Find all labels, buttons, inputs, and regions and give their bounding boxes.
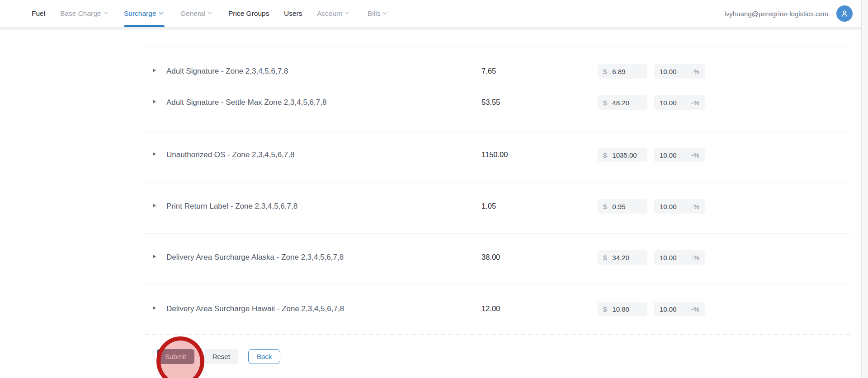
top-nav: Fuel Base Charge Surcharge General Price… xyxy=(0,0,868,28)
dollar-amount-value: 34.20 xyxy=(612,254,629,261)
surcharge-current-value: 1150.00 xyxy=(481,150,508,159)
nav-item-bills[interactable]: Bills xyxy=(368,0,387,27)
active-tab-underline xyxy=(124,25,165,27)
table-row: Adult Signature - Settle Max Zone 2,3,4,… xyxy=(145,94,851,111)
chevron-down-icon xyxy=(104,9,108,14)
dollar-sign-prefix: $ xyxy=(603,99,607,107)
percent-value: 10.00 xyxy=(660,203,677,210)
surcharge-row-label: Adult Signature - Zone 2,3,4,5,6,7,8 xyxy=(166,67,288,76)
dollar-amount-input[interactable]: $34.20 xyxy=(598,250,647,265)
submit-button[interactable]: Submit xyxy=(157,349,194,364)
percent-discount-input[interactable]: 10.00-% xyxy=(654,199,705,214)
percent-value: 10.00 xyxy=(660,99,677,107)
avatar[interactable] xyxy=(836,5,853,22)
dollar-amount-input[interactable]: $1035.00 xyxy=(598,148,647,162)
table-row: Delivery Area Surcharge Alaska - Zone 2,… xyxy=(145,249,851,266)
table-row: Print Return Label - Zone 2,3,4,5,6,7,8 … xyxy=(145,198,851,215)
surcharge-row-label: Print Return Label - Zone 2,3,4,5,6,7,8 xyxy=(166,202,297,211)
nav-label: Price Groups xyxy=(228,9,269,18)
nav-label: General xyxy=(180,9,205,18)
percent-discount-input[interactable]: 10.00-% xyxy=(654,95,705,110)
surcharge-current-value: 1.05 xyxy=(481,202,496,210)
nav-item-base-charge[interactable]: Base Charge xyxy=(60,0,108,27)
chevron-down-icon xyxy=(344,9,349,14)
person-icon xyxy=(840,9,849,18)
percent-suffix: -% xyxy=(691,68,699,75)
caret-right-icon[interactable] xyxy=(153,152,156,156)
percent-discount-input[interactable]: 10.00-% xyxy=(654,302,705,316)
percent-value: 10.00 xyxy=(660,151,677,159)
dollar-sign-prefix: $ xyxy=(603,203,607,210)
nav-label: Users xyxy=(284,9,302,18)
caret-right-icon[interactable] xyxy=(153,204,156,207)
row-divider xyxy=(145,285,851,285)
percent-value: 10.00 xyxy=(660,68,677,75)
dollar-amount-input[interactable]: $6.89 xyxy=(598,64,647,79)
dollar-amount-input[interactable]: $48.20 xyxy=(598,95,647,110)
chevron-down-icon xyxy=(208,9,212,14)
percent-suffix: -% xyxy=(691,99,699,107)
surcharge-row-label: Delivery Area Surcharge Alaska - Zone 2,… xyxy=(166,253,344,262)
row-divider xyxy=(145,233,851,234)
surcharge-current-value: 12.00 xyxy=(481,304,500,313)
table-row: Delivery Area Surcharge Hawaii - Zone 2,… xyxy=(145,300,851,317)
surcharge-current-value: 38.00 xyxy=(481,253,500,261)
dollar-amount-value: 1035.00 xyxy=(612,151,637,159)
dollar-amount-input[interactable]: $0.95 xyxy=(598,199,647,214)
row-divider xyxy=(145,182,851,182)
user-email: ivyhuang@peregrine-logistics.com xyxy=(725,0,829,27)
footer-dashed-divider xyxy=(145,334,851,335)
panel-top-border xyxy=(145,47,851,47)
nav-item-surcharge[interactable]: Surcharge xyxy=(124,0,163,27)
reset-button[interactable]: Reset xyxy=(204,349,238,364)
percent-suffix: -% xyxy=(691,203,699,210)
dollar-amount-value: 10.80 xyxy=(612,305,629,313)
nav-label: Fuel xyxy=(32,9,45,18)
percent-discount-input[interactable]: 10.00-% xyxy=(654,250,705,265)
surcharge-current-value: 53.55 xyxy=(481,98,500,107)
percent-value: 10.00 xyxy=(660,254,677,261)
percent-discount-input[interactable]: 10.00-% xyxy=(654,64,705,79)
dollar-sign-prefix: $ xyxy=(603,68,607,75)
action-button-row: Submit Reset Back xyxy=(157,349,280,364)
nav-label: Surcharge xyxy=(124,9,156,18)
nav-label: Bills xyxy=(368,9,380,18)
dollar-amount-value: 48.20 xyxy=(612,99,629,107)
dollar-sign-prefix: $ xyxy=(603,254,607,261)
caret-right-icon[interactable] xyxy=(153,100,156,103)
surcharge-row-label: Delivery Area Surcharge Hawaii - Zone 2,… xyxy=(166,304,344,313)
table-row: Adult Signature - Zone 2,3,4,5,6,7,8 7.6… xyxy=(145,63,851,80)
dollar-amount-value: 0.95 xyxy=(612,203,625,210)
percent-suffix: -% xyxy=(691,305,699,313)
percent-value: 10.00 xyxy=(660,305,677,313)
caret-right-icon[interactable] xyxy=(153,306,156,310)
caret-right-icon[interactable] xyxy=(153,255,156,258)
nav-item-users[interactable]: Users xyxy=(284,0,302,27)
table-row: Unauthorized OS - Zone 2,3,4,5,6,7,8 115… xyxy=(145,146,851,163)
nav-item-general[interactable]: General xyxy=(180,0,212,27)
percent-suffix: -% xyxy=(691,151,699,159)
section-dashed-border xyxy=(145,50,851,50)
caret-right-icon[interactable] xyxy=(153,69,156,72)
nav-item-price-groups[interactable]: Price Groups xyxy=(228,0,269,27)
dollar-sign-prefix: $ xyxy=(603,305,607,313)
nav-item-fuel[interactable]: Fuel xyxy=(32,0,45,27)
nav-label: Account xyxy=(317,9,342,18)
surcharge-row-label: Unauthorized OS - Zone 2,3,4,5,6,7,8 xyxy=(166,150,295,159)
nav-item-account[interactable]: Account xyxy=(317,0,349,27)
nav-label: Base Charge xyxy=(60,9,101,18)
dollar-amount-value: 6.89 xyxy=(612,68,625,75)
dollar-amount-input[interactable]: $10.80 xyxy=(598,302,647,316)
back-button[interactable]: Back xyxy=(248,349,280,364)
percent-discount-input[interactable]: 10.00-% xyxy=(654,148,705,162)
chevron-down-icon xyxy=(383,9,388,14)
surcharge-current-value: 7.65 xyxy=(481,67,496,75)
vertical-scrollbar[interactable] xyxy=(861,0,868,378)
row-divider xyxy=(145,131,851,131)
percent-suffix: -% xyxy=(691,254,699,261)
surcharge-row-label: Adult Signature - Settle Max Zone 2,3,4,… xyxy=(166,98,326,107)
dollar-sign-prefix: $ xyxy=(603,151,607,159)
chevron-down-icon xyxy=(159,9,164,14)
